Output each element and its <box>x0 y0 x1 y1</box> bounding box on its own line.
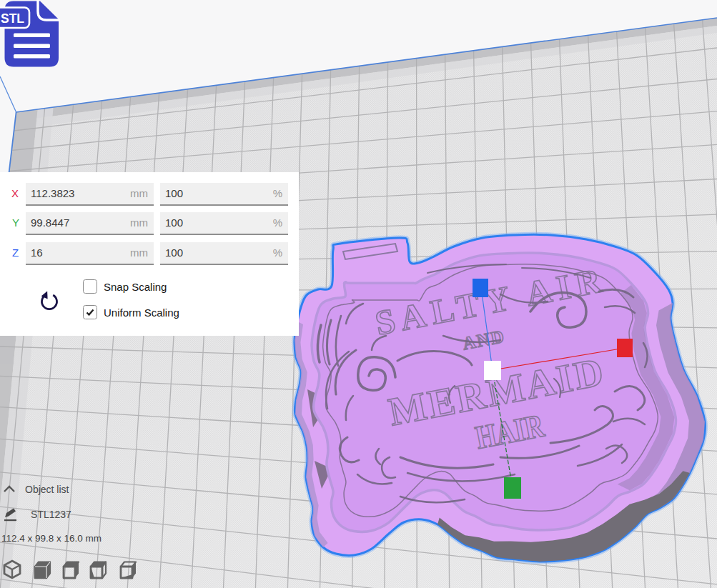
svg-text:STL: STL <box>1 11 24 26</box>
